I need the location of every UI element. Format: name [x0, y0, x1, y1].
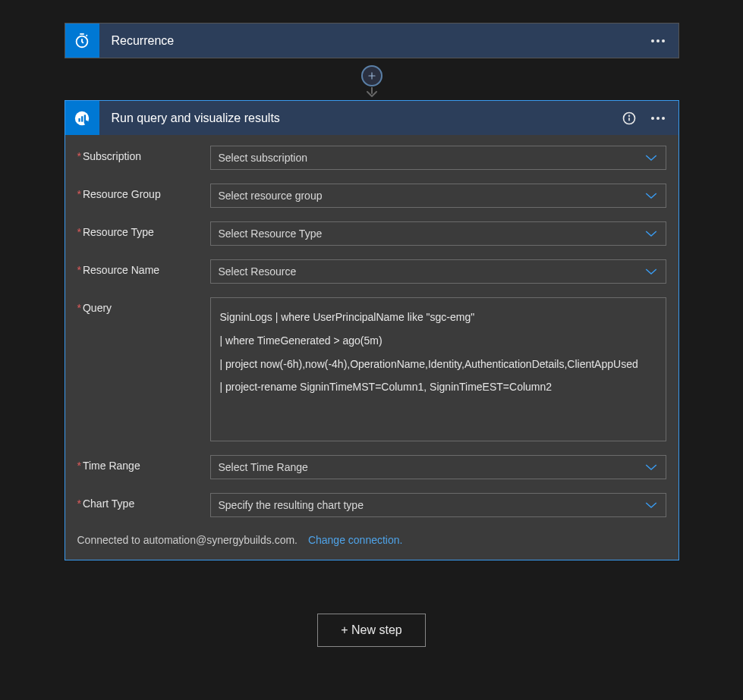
chevron-down-icon [644, 229, 658, 238]
label-resource-name: *Resource Name [77, 259, 210, 276]
connection-footer: Connected to automation@synergybuilds.co… [77, 534, 666, 546]
chevron-down-icon [644, 191, 658, 200]
arrow-down-icon [364, 87, 379, 98]
row-query: *Query SigninLogs | where UserPrincipalN… [77, 297, 666, 441]
chevron-down-icon [644, 153, 658, 162]
resource-type-select[interactable]: Select Resource Type [210, 221, 666, 246]
row-subscription: *Subscription Select subscription [77, 146, 666, 170]
label-resource-group: *Resource Group [77, 184, 210, 200]
new-step-button[interactable]: + New step [317, 614, 425, 647]
label-time-range: *Time Range [77, 455, 210, 472]
resource-group-select[interactable]: Select resource group [210, 184, 666, 208]
subscription-select[interactable]: Select subscription [210, 146, 666, 170]
chart-type-placeholder: Specify the resulting chart type [219, 499, 364, 511]
row-resource-type: *Resource Type Select Resource Type [77, 221, 666, 246]
subscription-placeholder: Select subscription [219, 152, 308, 164]
row-resource-group: *Resource Group Select resource group [77, 184, 666, 208]
label-subscription: *Subscription [77, 146, 210, 162]
recurrence-title: Recurrence [99, 34, 644, 48]
svg-rect-2 [78, 118, 80, 122]
change-connection-link[interactable]: Change connection. [308, 534, 403, 546]
recurrence-icon [65, 24, 99, 58]
query-card[interactable]: Run query and visualize results *Subscri… [65, 100, 679, 560]
add-step-button[interactable] [361, 65, 383, 86]
row-resource-name: *Resource Name Select Resource [77, 259, 666, 284]
plus-icon [367, 71, 377, 81]
resource-group-placeholder: Select resource group [219, 190, 323, 202]
query-title: Run query and visualize results [99, 111, 615, 125]
info-icon [622, 111, 637, 126]
ellipsis-icon [651, 39, 665, 42]
chevron-down-icon [644, 267, 658, 276]
resource-name-placeholder: Select Resource [219, 265, 297, 278]
row-time-range: *Time Range Select Time Range [77, 455, 666, 479]
query-info-button[interactable] [615, 101, 644, 135]
recurrence-card[interactable]: Recurrence [65, 23, 679, 58]
resource-type-placeholder: Select Resource Type [219, 228, 323, 240]
query-body: *Subscription Select subscription *Resou… [65, 135, 678, 560]
query-more-button[interactable] [644, 101, 672, 135]
flow-connector [65, 58, 679, 100]
recurrence-header[interactable]: Recurrence [65, 24, 678, 58]
resource-name-select[interactable]: Select Resource [210, 259, 666, 284]
label-chart-type: *Chart Type [77, 493, 210, 510]
label-query: *Query [77, 297, 210, 314]
time-range-select[interactable]: Select Time Range [210, 455, 666, 479]
query-textarea[interactable]: SigninLogs | where UserPrincipalName lik… [210, 297, 666, 441]
svg-rect-3 [81, 116, 83, 121]
chart-type-select[interactable]: Specify the resulting chart type [210, 493, 666, 517]
row-chart-type: *Chart Type Specify the resulting chart … [77, 493, 666, 517]
recurrence-more-button[interactable] [644, 24, 672, 58]
chevron-down-icon [644, 463, 658, 472]
connection-text: Connected to automation@synergybuilds.co… [77, 534, 298, 546]
svg-point-8 [628, 115, 629, 116]
query-header[interactable]: Run query and visualize results [65, 101, 678, 135]
chevron-down-icon [644, 501, 658, 510]
monitor-icon [65, 101, 99, 135]
ellipsis-icon [651, 117, 665, 120]
time-range-placeholder: Select Time Range [219, 461, 308, 473]
label-resource-type: *Resource Type [77, 221, 210, 238]
